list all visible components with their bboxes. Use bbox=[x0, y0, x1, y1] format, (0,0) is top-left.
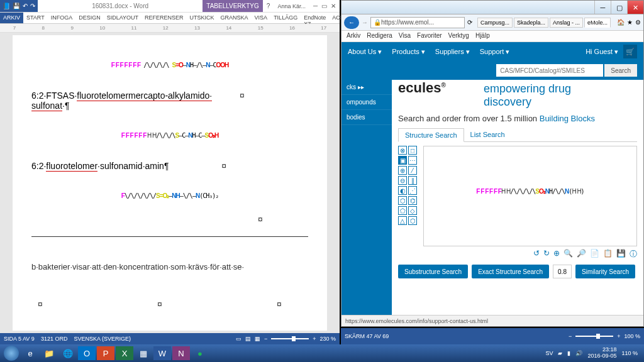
word-help-icon[interactable]: ? bbox=[263, 3, 274, 9]
menu-hjalp[interactable]: Hjälp bbox=[475, 32, 490, 40]
nav-about[interactable]: About Us ▾ bbox=[348, 48, 382, 56]
side-blocks[interactable]: cks ▸▸ bbox=[341, 80, 392, 95]
tool-double-icon[interactable]: ∥ bbox=[408, 176, 417, 185]
tab-emolecules[interactable]: eMole... bbox=[584, 18, 611, 28]
tab-utskick[interactable]: UTSKICK bbox=[187, 13, 218, 23]
explorer-icon[interactable]: 📁 bbox=[40, 346, 58, 360]
chrome-icon[interactable]: 🌐 bbox=[59, 346, 77, 360]
tab-tillagg[interactable]: TILLÄGG bbox=[270, 13, 301, 23]
tab-design[interactable]: DESIGN bbox=[75, 13, 104, 23]
powerpoint-icon[interactable]: P bbox=[97, 346, 114, 360]
tool-ring4-icon[interactable]: ◇ bbox=[408, 206, 417, 215]
menu-redigera[interactable]: Redigera bbox=[367, 32, 392, 40]
tool-delete-icon[interactable]: ⊗ bbox=[398, 146, 407, 155]
extra-icon[interactable]: ▦ bbox=[135, 346, 152, 360]
menu-visa[interactable]: Visa bbox=[399, 32, 411, 40]
zoomfit-icon[interactable]: ⊕ bbox=[553, 249, 560, 260]
restore-icon[interactable]: ▭ bbox=[321, 3, 327, 9]
tool-ring5-icon[interactable]: ⬠ bbox=[398, 206, 407, 215]
home-icon[interactable]: 🏠 bbox=[617, 19, 625, 26]
tools-icon[interactable]: ⚙ bbox=[635, 19, 641, 26]
zoom-slider[interactable] bbox=[575, 336, 613, 337]
zoomin-icon[interactable]: 🔍 bbox=[564, 249, 573, 260]
tray-volume-icon[interactable]: 🔊 bbox=[575, 350, 582, 356]
tray-flag-icon[interactable]: ▰ bbox=[558, 350, 562, 356]
tool-ring7-icon[interactable]: ⬡ bbox=[408, 216, 417, 225]
view-print-icon[interactable]: ▤ bbox=[245, 336, 251, 342]
zoom-out-icon[interactable]: − bbox=[264, 336, 267, 342]
status-lang[interactable]: SVENSKA (SVERIGE) bbox=[74, 336, 131, 342]
tab-list[interactable]: List Search bbox=[464, 128, 511, 141]
zoom-value[interactable]: 230 % bbox=[319, 336, 336, 342]
zoom-out-icon[interactable]: − bbox=[569, 333, 572, 339]
ie-icon[interactable]: e bbox=[21, 346, 39, 360]
nav-products[interactable]: Products ▾ bbox=[392, 48, 425, 56]
tab-skadepla[interactable]: Skadepla... bbox=[514, 18, 548, 28]
undo-icon[interactable]: ↶ bbox=[23, 3, 28, 9]
back-button[interactable]: ← bbox=[344, 16, 359, 29]
url-field[interactable]: 🔒 https://www.emol... bbox=[370, 17, 465, 28]
maximize-icon[interactable]: ▢ bbox=[611, 1, 627, 14]
tool-single-icon[interactable]: ∕ bbox=[408, 166, 417, 175]
tool-more-icon[interactable]: ⋯ bbox=[408, 156, 417, 165]
quick-access-toolbar[interactable]: 📘 💾 ↶ ↷ bbox=[0, 0, 38, 12]
tool-select-icon[interactable]: □ bbox=[408, 146, 417, 155]
minimize-icon[interactable]: ─ bbox=[313, 3, 318, 9]
horizontal-ruler[interactable]: 7891011121314151617 bbox=[0, 24, 340, 33]
nav-guest[interactable]: Hi Guest ▾ bbox=[586, 48, 618, 56]
tool-ring6-icon[interactable]: ⬡ bbox=[398, 196, 407, 205]
cart-icon[interactable]: 🛒 bbox=[623, 45, 637, 58]
system-clock[interactable]: 23:18 2016-09-05 bbox=[587, 347, 616, 359]
tool-wedge-icon[interactable]: ◐ bbox=[398, 186, 407, 195]
remote-zoom-value[interactable]: 100 % bbox=[624, 333, 640, 339]
info-icon[interactable]: ⓘ bbox=[630, 249, 637, 260]
structure-canvas[interactable]: F F F F F F H H /\/\/\/\SO₂NH/\/\N(H H) bbox=[423, 146, 637, 246]
tray-network-icon[interactable]: ▮ bbox=[567, 350, 570, 356]
chem-structure-3[interactable]: F\/\/\/\/\/S=O₂—NH—\/\—N(CH₃)₂ bbox=[31, 173, 308, 217]
similarity-pct-input[interactable] bbox=[553, 265, 572, 278]
undo-icon[interactable]: ↺ bbox=[533, 249, 540, 260]
nav-support[interactable]: Support ▾ bbox=[480, 48, 510, 56]
substructure-button[interactable]: Substructure Search bbox=[398, 265, 468, 278]
side-bodies[interactable]: bodies bbox=[341, 110, 392, 125]
status-page[interactable]: SIDA 5 AV 9 bbox=[4, 336, 35, 342]
onenote-icon[interactable]: N bbox=[172, 346, 190, 360]
copy-icon[interactable]: 📄 bbox=[590, 249, 599, 260]
document-page[interactable]: F F F F F F F /\/\/\/\ S=O—NH—/\—N—COOH … bbox=[13, 35, 327, 331]
word-page-area[interactable]: F F F F F F F /\/\/\/\ S=O—NH—/\—N—COOH … bbox=[0, 33, 340, 333]
spotify-icon[interactable]: ● bbox=[191, 346, 209, 360]
favorites-icon[interactable]: ★ bbox=[627, 19, 633, 26]
redo-icon[interactable]: ↻ bbox=[543, 249, 550, 260]
tool-hash-icon[interactable]: ⋰ bbox=[408, 186, 417, 195]
view-web-icon[interactable]: ▦ bbox=[255, 336, 260, 342]
tab-anslag[interactable]: Anslag - ... bbox=[550, 18, 583, 28]
tab-sidlayout[interactable]: SIDLAYOUT bbox=[104, 13, 142, 23]
close-icon[interactable]: ✕ bbox=[331, 3, 336, 9]
start-button[interactable] bbox=[3, 346, 20, 360]
excel-icon[interactable]: X bbox=[116, 346, 133, 360]
zoomout-icon[interactable]: 🔎 bbox=[577, 249, 586, 260]
paste-icon[interactable]: 📋 bbox=[603, 249, 613, 260]
menu-arkiv[interactable]: Arkiv bbox=[347, 32, 360, 40]
close-icon[interactable]: ✕ bbox=[627, 1, 643, 14]
view-read-icon[interactable]: ▭ bbox=[236, 336, 242, 342]
outlook-icon[interactable]: O bbox=[78, 346, 96, 360]
tool-minus-icon[interactable]: ⊖ bbox=[398, 176, 407, 185]
exact-button[interactable]: Exact Structure Search bbox=[472, 265, 549, 278]
word-user[interactable]: Anna Kär... bbox=[274, 3, 309, 9]
nav-suppliers[interactable]: Suppliers ▾ bbox=[435, 48, 470, 56]
similarity-button[interactable]: Similarity Search bbox=[575, 265, 635, 278]
tab-granska[interactable]: GRANSKA bbox=[218, 13, 252, 23]
zoom-in-icon[interactable]: + bbox=[313, 336, 316, 342]
table-tools-tab[interactable]: TABELLVERKTYG bbox=[203, 0, 263, 12]
status-words[interactable]: 3121 ORD bbox=[41, 336, 68, 342]
save-icon[interactable]: 💾 bbox=[13, 3, 20, 9]
tab-visa[interactable]: VISA bbox=[252, 13, 271, 23]
tab-infoga[interactable]: INFOGA bbox=[48, 13, 76, 23]
tray-lang[interactable]: SV bbox=[545, 350, 553, 356]
redo-icon[interactable]: ↷ bbox=[30, 3, 35, 9]
tab-campusg[interactable]: Campusg... bbox=[477, 18, 513, 28]
tool-benzene-icon[interactable]: ⌬ bbox=[408, 196, 417, 205]
ie-titlebar[interactable]: ─ ▢ ✕ bbox=[341, 1, 643, 14]
refresh-icon[interactable]: ⟳ bbox=[467, 19, 472, 26]
